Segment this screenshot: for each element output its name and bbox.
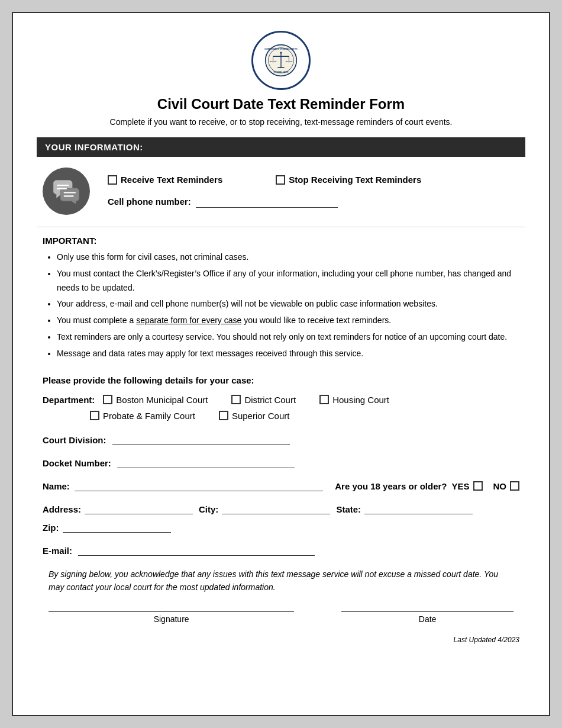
name-label: Name:	[43, 481, 70, 491]
probate-label: Probate & Family Court	[103, 411, 195, 421]
date-field: Date	[341, 611, 513, 624]
form-page: COMMONWEALTH OF MASSACHUSETTS THE TRIAL …	[12, 12, 550, 716]
important-bullets: Only use this form for civil cases, not …	[43, 250, 519, 361]
bullet-4: You must complete a separate form for ev…	[57, 314, 519, 328]
zip-input[interactable]	[63, 520, 171, 533]
bullet-2: You must contact the Clerk’s/Register’s …	[57, 267, 519, 295]
your-info-content: Receive Text Reminders Stop Receiving Te…	[37, 167, 525, 215]
city-label: City:	[199, 504, 218, 514]
department-label: Department:	[43, 395, 95, 405]
bmc-option[interactable]: Boston Municipal Court	[103, 395, 208, 405]
housing-option[interactable]: Housing Court	[319, 395, 389, 405]
name-age-row: Name: Are you 18 years or older? YES NO	[43, 479, 519, 491]
address-field: Address:	[43, 502, 193, 514]
address-row: Address: City: State: Zip:	[43, 502, 519, 533]
svg-point-7	[280, 51, 282, 53]
svg-text:THE TRIAL COURT: THE TRIAL COURT	[273, 71, 289, 73]
state-field: State:	[336, 502, 473, 514]
receive-option[interactable]: Receive Text Reminders	[108, 175, 222, 185]
important-title: IMPORTANT:	[43, 236, 519, 246]
svg-text:COMMONWEALTH OF MASSACHUSETTS: COMMONWEALTH OF MASSACHUSETTS	[264, 48, 298, 50]
form-title: Civil Court Date Text Reminder Form	[37, 96, 525, 112]
important-section: IMPORTANT: Only use this form for civil …	[37, 236, 525, 361]
last-updated: Last Updated 4/2023	[37, 636, 525, 644]
housing-label: Housing Court	[332, 395, 389, 405]
signature-label: Signature	[49, 614, 294, 624]
stop-option[interactable]: Stop Receiving Text Reminders	[276, 175, 421, 185]
zip-field: Zip:	[43, 520, 171, 533]
cell-phone-label: Cell phone number:	[108, 197, 191, 207]
department-row-2: Probate & Family Court Superior Court	[43, 411, 519, 421]
no-label: NO	[493, 481, 507, 491]
zip-label: Zip:	[43, 523, 59, 533]
yes-option[interactable]: YES	[451, 481, 482, 491]
date-label: Date	[341, 614, 513, 624]
probate-checkbox[interactable]	[90, 411, 99, 420]
disclaimer-text: By signing below, you acknowledge that a…	[49, 568, 513, 594]
state-label: State:	[336, 504, 361, 514]
your-information-header: YOUR INFORMATION:	[37, 137, 525, 157]
no-option[interactable]: NO	[493, 481, 520, 491]
signature-field: Signature	[49, 611, 294, 624]
bullet-5: Text reminders are only a courtesy servi…	[57, 330, 519, 344]
age-question: Are you 18 years or older?	[335, 481, 447, 491]
name-input[interactable]	[75, 479, 323, 491]
date-line	[341, 611, 513, 612]
bullet4-underline: separate form for every case	[136, 315, 241, 325]
name-part: Name:	[43, 479, 323, 491]
court-division-input[interactable]	[112, 433, 290, 445]
city-input[interactable]	[222, 502, 330, 514]
department-row-1: Department: Boston Municipal Court Distr…	[43, 395, 519, 405]
court-division-label: Court Division:	[43, 435, 106, 445]
court-logo: COMMONWEALTH OF MASSACHUSETTS THE TRIAL …	[251, 31, 311, 90]
form-header: COMMONWEALTH OF MASSACHUSETTS THE TRIAL …	[37, 31, 525, 127]
receive-checkbox[interactable]	[108, 175, 117, 185]
age-part: Are you 18 years or older? YES NO	[335, 481, 519, 491]
signature-row: Signature Date	[43, 611, 519, 624]
email-label: E-mail:	[43, 546, 72, 556]
bullet-1: Only use this form for civil cases, not …	[57, 250, 519, 265]
email-row: E-mail:	[43, 543, 519, 556]
court-division-row: Court Division:	[43, 433, 519, 445]
bullet4-rest: you would like to receive text reminders…	[241, 315, 391, 325]
address-label: Address:	[43, 504, 81, 514]
cell-phone-input[interactable]	[196, 195, 338, 208]
checkboxes-area: Receive Text Reminders Stop Receiving Te…	[108, 175, 439, 208]
bmc-checkbox[interactable]	[103, 395, 112, 404]
superior-checkbox[interactable]	[219, 411, 228, 420]
stop-checkbox[interactable]	[276, 175, 285, 185]
form-subtitle: Complete if you want to receive, or to s…	[37, 117, 525, 127]
docket-number-input[interactable]	[117, 456, 295, 468]
housing-checkbox[interactable]	[319, 395, 329, 404]
svg-marker-13	[71, 201, 76, 204]
bullet-6: Message and data rates may apply for tex…	[57, 347, 519, 361]
city-field: City:	[199, 502, 330, 514]
chat-icon	[43, 167, 90, 215]
case-details-section: Please provide the following details for…	[37, 375, 525, 624]
svg-rect-12	[60, 188, 79, 201]
stop-label: Stop Receiving Text Reminders	[289, 175, 421, 185]
address-input[interactable]	[85, 502, 193, 514]
bullet4-plain: You must complete a	[57, 315, 136, 325]
receive-label: Receive Text Reminders	[121, 175, 222, 185]
state-input[interactable]	[364, 502, 473, 514]
superior-label: Superior Court	[232, 411, 290, 421]
district-checkbox[interactable]	[231, 395, 241, 404]
probate-option[interactable]: Probate & Family Court	[90, 411, 195, 421]
yes-label: YES	[451, 481, 469, 491]
signature-line	[49, 611, 294, 612]
yes-checkbox[interactable]	[473, 481, 483, 491]
case-details-title: Please provide the following details for…	[43, 375, 519, 385]
bullet-3: Your address, e-mail and cell phone numb…	[57, 297, 519, 311]
docket-number-label: Docket Number:	[43, 458, 111, 468]
bmc-label: Boston Municipal Court	[116, 395, 208, 405]
no-checkbox[interactable]	[510, 481, 519, 491]
docket-number-row: Docket Number:	[43, 456, 519, 468]
email-input[interactable]	[78, 543, 315, 556]
reminder-options-row: Receive Text Reminders Stop Receiving Te…	[108, 175, 439, 185]
superior-option[interactable]: Superior Court	[219, 411, 290, 421]
district-label: District Court	[244, 395, 296, 405]
phone-row: Cell phone number:	[108, 195, 439, 208]
district-option[interactable]: District Court	[231, 395, 296, 405]
